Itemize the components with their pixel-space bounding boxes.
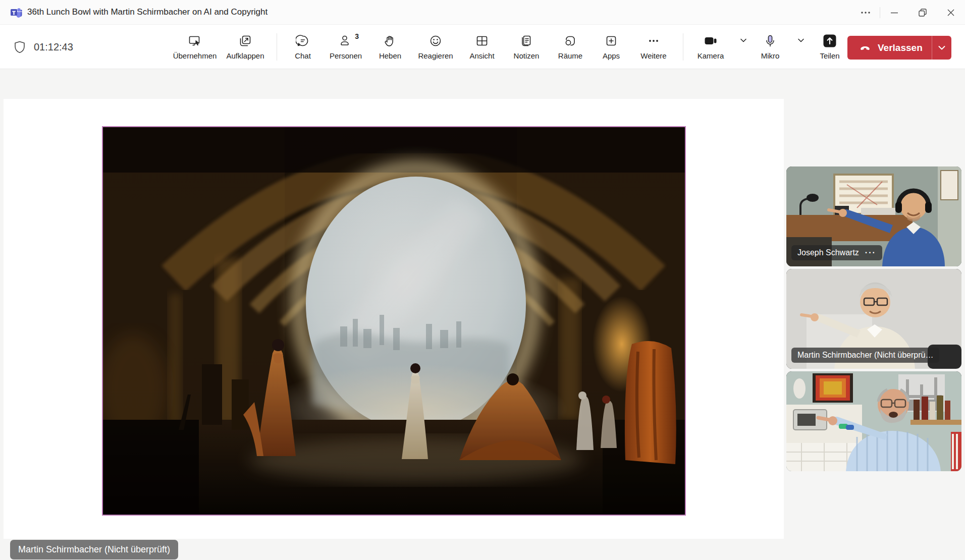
share-screen-icon [823, 34, 837, 48]
teams-logo-icon [10, 7, 22, 19]
mikro-group: Mikro [751, 25, 811, 69]
ansicht-button[interactable]: Ansicht [460, 25, 504, 69]
participant-more-icon[interactable]: ··· [865, 248, 876, 257]
personen-button[interactable]: 3 Personen [323, 25, 369, 69]
toolbar-buttons: Übernehmen Aufklappen Chat [170, 25, 849, 69]
more-dots-icon [860, 7, 871, 18]
fantasy-portal-painting [103, 127, 685, 515]
kamera-group: Kamera [689, 25, 751, 69]
react-smiley-icon [428, 34, 443, 48]
aufklappen-button[interactable]: Aufklappen [220, 25, 271, 69]
window-title: 36th Lunch Bowl with Martin Schirmbacher… [27, 7, 267, 17]
close-icon [946, 8, 956, 18]
chat-icon [296, 34, 310, 48]
people-icon [339, 34, 353, 48]
rooms-icon [563, 34, 577, 48]
pop-out-icon [238, 34, 252, 48]
view-grid-icon [475, 34, 489, 48]
notizen-button[interactable]: Notizen [504, 25, 549, 69]
participant-count-badge: 3 [355, 32, 359, 40]
meeting-timer: 01:12:43 [13, 25, 73, 69]
apps-icon [604, 34, 618, 48]
leave-chevron-down-icon[interactable] [937, 44, 947, 52]
participant3-video-feed [786, 371, 961, 471]
video-tile-martin-schirmbacher[interactable]: Martin Schirmbacher (Nicht überprü… [786, 269, 961, 369]
shield-icon [13, 40, 27, 54]
uebernehmen-button[interactable]: Übernehmen [170, 25, 220, 69]
apps-button[interactable]: Apps [592, 25, 630, 69]
restore-icon [917, 7, 928, 18]
hang-up-icon [859, 41, 872, 54]
timer-text: 01:12:43 [34, 41, 73, 53]
shared-screen-panel [4, 99, 784, 539]
participant-name: Joseph Schwartz [797, 248, 859, 257]
kamera-button[interactable]: Kamera [689, 34, 732, 60]
more-options-icon [647, 34, 661, 48]
verlassen-label: Verlassen [878, 42, 923, 53]
titlebar: 36th Lunch Bowl with Martin Schirmbacher… [0, 0, 965, 25]
titlebar-more-button[interactable] [851, 0, 880, 25]
meeting-toolbar: 01:12:43 Übernehmen Aufklappen [0, 25, 965, 69]
toolbar-divider [277, 33, 277, 61]
maximize-button[interactable] [908, 0, 937, 25]
reagieren-button[interactable]: Reagieren [411, 25, 460, 69]
raeume-button[interactable]: Räume [549, 25, 592, 69]
microphone-on-icon [763, 34, 777, 48]
weitere-button[interactable]: Weitere [630, 25, 677, 69]
raise-hand-icon [383, 34, 397, 48]
teams-meeting-window: { "titlebar": { "title": "36th Lunch Bow… [0, 0, 965, 560]
mic-chevron-down-icon[interactable] [796, 37, 806, 44]
video-tile-joseph-schwartz[interactable]: Joseph Schwartz ··· [786, 166, 961, 266]
minimize-icon [889, 8, 899, 18]
leave-button-divider [932, 36, 932, 60]
notes-icon [519, 34, 533, 48]
participant-name-pill: Martin Schirmbacher (Nicht überprü… [791, 348, 939, 363]
camera-chevron-down-icon[interactable] [739, 37, 748, 44]
video-tile-participant-3[interactable] [786, 371, 961, 471]
mikro-button[interactable]: Mikro [751, 34, 789, 60]
close-button[interactable] [937, 0, 965, 25]
toolbar-divider [683, 33, 683, 61]
heben-button[interactable]: Heben [369, 25, 411, 69]
participant-name-pill: Joseph Schwartz ··· [791, 245, 882, 260]
verlassen-button[interactable]: Verlassen [847, 36, 951, 60]
teilen-button[interactable]: Teilen [811, 25, 849, 69]
take-control-icon [188, 34, 202, 48]
chat-button[interactable]: Chat [283, 25, 323, 69]
window-controls [851, 0, 965, 25]
camera-on-icon [704, 34, 718, 48]
participant-name: Martin Schirmbacher (Nicht überprü… [797, 351, 933, 360]
minimize-button[interactable] [880, 0, 908, 25]
shared-artwork [102, 126, 686, 516]
presenter-name-pill: Martin Schirmbacher (Nicht überprüft) [10, 540, 178, 559]
